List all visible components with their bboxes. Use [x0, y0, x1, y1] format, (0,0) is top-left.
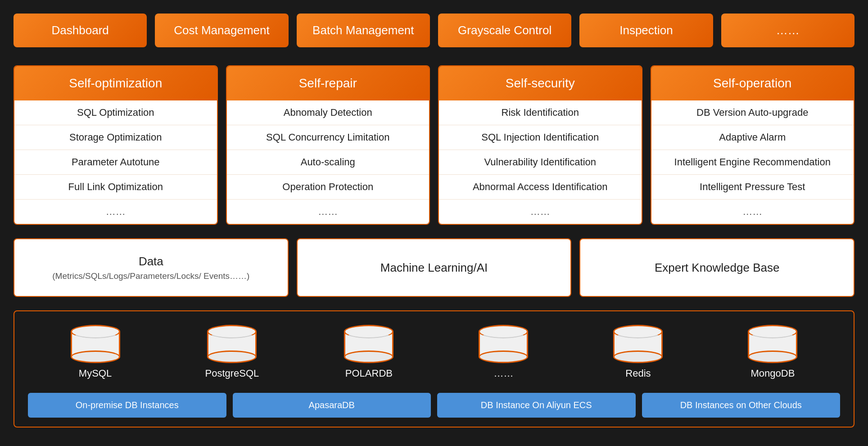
self-card-header-0: Self-optimization	[14, 66, 217, 100]
engine-box-2: Expert Knowledge Base	[579, 238, 854, 297]
db-cylinder-4	[613, 325, 663, 363]
self-card-body-0: SQL OptimizationStorage OptimizationPara…	[14, 100, 217, 224]
db-label-5: MongoDB	[751, 368, 795, 379]
self-card-header-3: Self-operation	[651, 66, 854, 100]
engine-box-1: Machine Learning/AI	[297, 238, 572, 297]
self-card-2: Self-securityRisk IdentificationSQL Inje…	[438, 65, 642, 225]
self-card-row-2-1: SQL Injection Identification	[439, 125, 642, 150]
nav-btn-3[interactable]: Grayscale Control	[438, 14, 571, 47]
self-card-header-1: Self-repair	[227, 66, 429, 100]
db-bottom-ellipse-0	[71, 350, 120, 363]
db-top-ellipse-2	[344, 325, 393, 338]
self-card-body-1: Abnomaly DetectionSQL Concurrency Limita…	[227, 100, 429, 224]
nav-btn-4[interactable]: Inspection	[579, 14, 713, 47]
self-card-row-0-1: Storage Optimization	[14, 125, 217, 150]
self-card-row-2-4: ……	[439, 200, 642, 224]
db-icon-3: ……	[479, 325, 528, 379]
db-bottom-btn-2[interactable]: DB Instance On Aliyun ECS	[437, 393, 636, 418]
self-card-row-1-1: SQL Concurrency Limitation	[227, 125, 429, 150]
db-cylinder-5	[748, 325, 797, 363]
self-card-row-3-2: Intelligent Engine Recommendation	[651, 150, 854, 175]
db-top-ellipse-5	[748, 325, 797, 338]
self-card-row-0-2: Parameter Autotune	[14, 150, 217, 175]
db-label-4: Redis	[625, 368, 651, 379]
db-cylinder-2	[344, 325, 393, 363]
db-icon-4: Redis	[613, 325, 663, 379]
self-card-row-1-3: Operation Protection	[227, 175, 429, 200]
db-section: MySQLPostgreSQLPOLARDB……RedisMongoDB On-…	[14, 310, 854, 428]
db-icon-5: MongoDB	[748, 325, 797, 379]
self-card-3: Self-operationDB Version Auto-upgradeAda…	[651, 65, 855, 225]
db-icons-row: MySQLPostgreSQLPOLARDB……RedisMongoDB	[28, 325, 840, 379]
engine-box-title-2: Expert Knowledge Base	[655, 261, 780, 275]
self-card-row-1-2: Auto-scaling	[227, 150, 429, 175]
db-top-ellipse-1	[207, 325, 257, 338]
db-icon-2: POLARDB	[344, 325, 393, 379]
self-card-body-2: Risk IdentificationSQL Injection Identif…	[439, 100, 642, 224]
db-bottom-ellipse-1	[207, 350, 257, 363]
self-card-row-1-0: Abnomaly Detection	[227, 100, 429, 125]
db-cylinder-1	[207, 325, 257, 363]
self-card-row-3-3: Intelligent Pressure Test	[651, 175, 854, 200]
self-card-row-3-4: ……	[651, 200, 854, 224]
top-nav: DashboardCost ManagementBatch Management…	[14, 14, 854, 47]
self-section: Self-optimizationSQL OptimizationStorage…	[14, 65, 854, 225]
db-cylinder-0	[71, 325, 120, 363]
db-top-ellipse-0	[71, 325, 120, 338]
self-card-0: Self-optimizationSQL OptimizationStorage…	[14, 65, 218, 225]
db-label-2: POLARDB	[345, 368, 393, 379]
self-card-body-3: DB Version Auto-upgradeAdaptive AlarmInt…	[651, 100, 854, 224]
engine-box-sub-0: (Metrics/SQLs/Logs/Parameters/Locks/ Eve…	[52, 271, 249, 281]
db-bottom-btn-1[interactable]: ApasaraDB	[233, 393, 431, 418]
self-card-row-3-0: DB Version Auto-upgrade	[651, 100, 854, 125]
self-card-row-1-4: ……	[227, 200, 429, 224]
db-bottom-btn-0[interactable]: On-premise DB Instances	[28, 393, 226, 418]
db-bottom-btn-3[interactable]: DB Instances on Other Clouds	[642, 393, 841, 418]
db-top-ellipse-3	[479, 325, 528, 338]
self-card-row-3-1: Adaptive Alarm	[651, 125, 854, 150]
nav-btn-0[interactable]: Dashboard	[14, 14, 147, 47]
db-bottom-ellipse-5	[748, 350, 797, 363]
engine-section: Data(Metrics/SQLs/Logs/Parameters/Locks/…	[14, 238, 854, 297]
db-cylinder-3	[479, 325, 528, 363]
db-icon-0: MySQL	[71, 325, 120, 379]
db-label-3: ……	[493, 368, 513, 379]
engine-box-title-1: Machine Learning/AI	[380, 261, 488, 275]
nav-btn-5[interactable]: ……	[721, 14, 854, 47]
nav-btn-1[interactable]: Cost Management	[155, 14, 288, 47]
db-label-0: MySQL	[79, 368, 112, 379]
db-bottom-row: On-premise DB InstancesApasaraDBDB Insta…	[28, 393, 840, 418]
self-card-header-2: Self-security	[439, 66, 642, 100]
db-icon-1: PostgreSQL	[205, 325, 259, 379]
self-card-row-2-3: Abnormal Access Identification	[439, 175, 642, 200]
self-card-row-0-0: SQL Optimization	[14, 100, 217, 125]
engine-box-title-0: Data	[139, 255, 163, 269]
engine-box-0: Data(Metrics/SQLs/Logs/Parameters/Locks/…	[14, 238, 289, 297]
db-label-1: PostgreSQL	[205, 368, 259, 379]
self-card-row-0-4: ……	[14, 200, 217, 224]
db-bottom-ellipse-4	[613, 350, 663, 363]
nav-btn-2[interactable]: Batch Management	[297, 14, 430, 47]
db-bottom-ellipse-2	[344, 350, 393, 363]
self-card-1: Self-repairAbnomaly DetectionSQL Concurr…	[226, 65, 430, 225]
db-top-ellipse-4	[613, 325, 663, 338]
self-card-row-0-3: Full Link Optimization	[14, 175, 217, 200]
self-card-row-2-0: Risk Identification	[439, 100, 642, 125]
db-bottom-ellipse-3	[479, 350, 528, 363]
self-card-row-2-2: Vulnerability Identification	[439, 150, 642, 175]
